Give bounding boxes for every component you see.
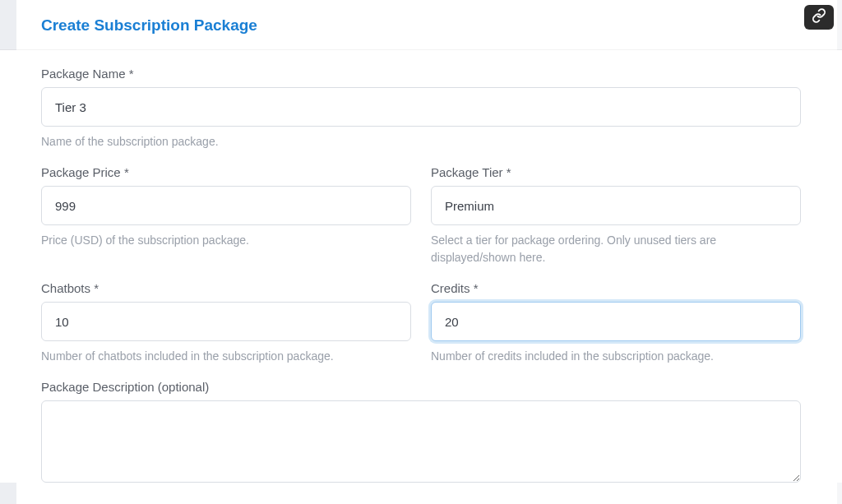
description-label: Package Description (optional) xyxy=(41,380,801,394)
package-name-label: Package Name * xyxy=(41,67,801,81)
page-title: Create Subscription Package xyxy=(0,0,842,50)
subscription-form: Package Name * Name of the subscription … xyxy=(0,50,842,483)
package-tier-input[interactable] xyxy=(431,186,801,225)
package-tier-label: Package Tier * xyxy=(431,165,801,179)
package-price-input[interactable] xyxy=(41,186,411,225)
package-price-label: Package Price * xyxy=(41,165,411,179)
chatbots-help: Number of chatbots included in the subsc… xyxy=(41,348,411,365)
description-textarea[interactable] xyxy=(41,400,801,483)
package-name-input[interactable] xyxy=(41,87,801,127)
credits-label: Credits * xyxy=(431,281,801,295)
credits-help: Number of credits included in the subscr… xyxy=(431,348,801,365)
package-name-help: Name of the subscription package. xyxy=(41,133,801,150)
chatbots-input[interactable] xyxy=(41,302,411,341)
chatbots-label: Chatbots * xyxy=(41,281,411,295)
package-price-help: Price (USD) of the subscription package. xyxy=(41,232,411,249)
package-tier-help: Select a tier for package ordering. Only… xyxy=(431,232,801,266)
credits-input[interactable] xyxy=(431,302,801,341)
